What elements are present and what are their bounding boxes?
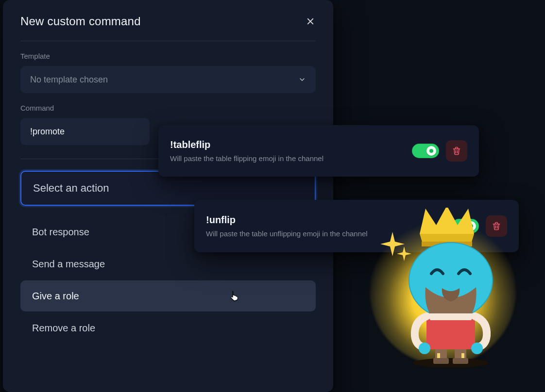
action-option-label: Send a message <box>32 259 105 270</box>
command-description: Will paste the table unflipping emoji in… <box>206 229 368 238</box>
modal-header: New custom command <box>20 15 316 28</box>
svg-rect-11 <box>437 353 440 358</box>
action-option-remove-role[interactable]: Remove a role <box>20 312 316 343</box>
modal-title: New custom command <box>20 15 141 28</box>
chevron-down-icon <box>298 76 306 83</box>
command-name: !unflip <box>206 214 368 226</box>
action-select-placeholder: Select an action <box>33 182 109 195</box>
divider <box>20 41 316 41</box>
action-option-send-message[interactable]: Send a message <box>20 248 316 279</box>
close-icon[interactable] <box>305 16 316 27</box>
command-name: !tableflip <box>170 139 324 150</box>
action-option-label: Bot response <box>32 227 89 238</box>
template-select[interactable]: No template chosen <box>20 66 316 93</box>
svg-rect-9 <box>433 358 449 364</box>
pointer-cursor-icon <box>229 291 239 304</box>
king-mascot-illustration <box>397 208 504 368</box>
action-option-give-role[interactable]: Give a role <box>20 280 316 311</box>
command-label: Command <box>20 104 316 112</box>
svg-point-5 <box>419 343 430 354</box>
delete-button[interactable] <box>446 140 467 162</box>
template-select-placeholder: No template chosen <box>30 75 108 85</box>
command-card-tableflip: !tableflip Will paste the table flipping… <box>158 125 479 177</box>
action-option-label: Remove a role <box>32 323 95 334</box>
new-command-modal: New custom command Template No template … <box>3 0 333 392</box>
action-option-label: Give a role <box>32 291 79 302</box>
command-description: Will paste the table flipping emoji in t… <box>170 154 324 163</box>
svg-rect-10 <box>453 358 468 364</box>
template-label: Template <box>20 52 316 60</box>
command-toggle[interactable] <box>412 144 439 158</box>
command-input-value: !promote <box>30 127 65 137</box>
command-input[interactable]: !promote <box>20 118 150 145</box>
svg-point-6 <box>471 343 483 354</box>
svg-rect-12 <box>461 353 464 358</box>
svg-point-0 <box>413 358 489 368</box>
